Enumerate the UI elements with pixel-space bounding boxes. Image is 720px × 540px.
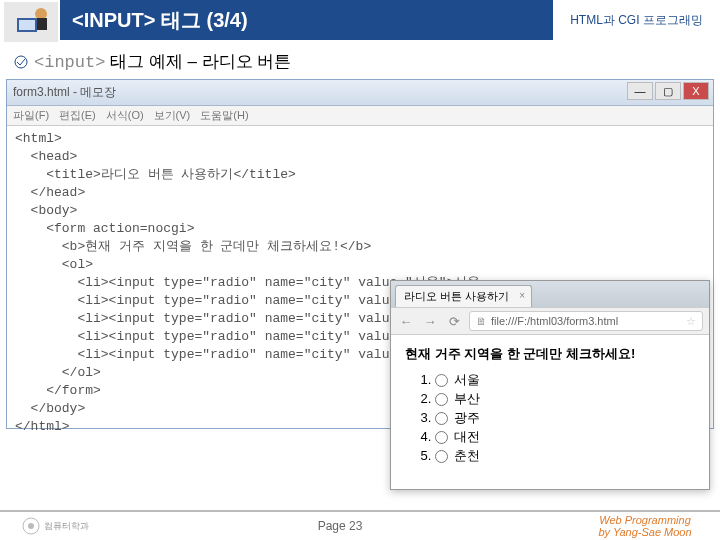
- bookmark-icon[interactable]: ☆: [686, 315, 696, 328]
- title-bar: <INPUT> 태그 (3/4) HTML과 CGI 프로그래밍: [60, 0, 720, 40]
- list-item: 부산: [435, 390, 695, 408]
- course-name: HTML과 CGI 프로그래밍: [550, 0, 720, 40]
- list-item: 서울: [435, 371, 695, 389]
- browser-window: 라디오 버튼 사용하기 × ← → ⟳ 🗎 file:///F:/html03/…: [390, 280, 710, 490]
- svg-rect-3: [37, 18, 47, 30]
- maximize-button[interactable]: ▢: [655, 82, 681, 100]
- radio-label: 서울: [454, 372, 480, 387]
- menu-item[interactable]: 도움말(H): [200, 108, 248, 123]
- radio-label: 대전: [454, 429, 480, 444]
- menu-item[interactable]: 보기(V): [154, 108, 191, 123]
- radio-label: 춘천: [454, 448, 480, 463]
- browser-tabstrip: 라디오 버튼 사용하기 ×: [391, 281, 709, 307]
- svg-point-4: [15, 56, 27, 68]
- radio-input[interactable]: [435, 450, 448, 463]
- notepad-title: form3.html - 메모장: [13, 84, 116, 101]
- menu-item[interactable]: 편집(E): [59, 108, 96, 123]
- browser-tab[interactable]: 라디오 버튼 사용하기 ×: [395, 285, 532, 307]
- author-name: by Yang-Sae Moon: [570, 526, 720, 538]
- slide-title: <INPUT> 태그 (3/4): [72, 7, 248, 34]
- radio-list: 서울 부산 광주 대전 춘천: [405, 371, 695, 465]
- tab-title: 라디오 버튼 사용하기: [404, 290, 509, 302]
- slide-header: <INPUT> 태그 (3/4) HTML과 CGI 프로그래밍: [0, 0, 720, 44]
- book-title: Web Programming: [570, 514, 720, 526]
- footer-logo-text: 컴퓨터학과: [44, 520, 89, 533]
- radio-input[interactable]: [435, 431, 448, 444]
- list-item: 대전: [435, 428, 695, 446]
- page-heading: 현재 거주 지역을 한 군데만 체크하세요!: [405, 345, 695, 363]
- list-item: 춘천: [435, 447, 695, 465]
- radio-label: 부산: [454, 391, 480, 406]
- radio-input[interactable]: [435, 412, 448, 425]
- notepad-titlebar: form3.html - 메모장 — ▢ X: [7, 80, 713, 106]
- reload-button[interactable]: ⟳: [445, 312, 463, 330]
- footer-credit: Web Programming by Yang-Sae Moon: [570, 514, 720, 538]
- address-bar[interactable]: 🗎 file:///F:/html03/form3.html ☆: [469, 311, 703, 331]
- page-number: Page 23: [110, 519, 570, 533]
- menu-item[interactable]: 파일(F): [13, 108, 49, 123]
- slide-subtitle: <input> 태그 예제 – 라디오 버튼: [0, 44, 720, 77]
- menu-item[interactable]: 서식(O): [106, 108, 144, 123]
- subtitle-rest: 태그 예제 – 라디오 버튼: [105, 52, 291, 71]
- svg-point-6: [28, 523, 34, 529]
- list-item: 광주: [435, 409, 695, 427]
- tab-close-icon[interactable]: ×: [519, 290, 525, 301]
- page-icon: 🗎: [476, 315, 487, 327]
- bullet-icon: [14, 54, 28, 68]
- slide-logo: [4, 2, 58, 42]
- subtitle-code: <input>: [34, 53, 105, 72]
- svg-rect-1: [19, 20, 35, 30]
- radio-input[interactable]: [435, 374, 448, 387]
- forward-button[interactable]: →: [421, 312, 439, 330]
- close-button[interactable]: X: [683, 82, 709, 100]
- url-text: file:///F:/html03/form3.html: [491, 315, 618, 327]
- rendered-page: 현재 거주 지역을 한 군데만 체크하세요! 서울 부산 광주 대전 춘천: [391, 335, 709, 476]
- minimize-button[interactable]: —: [627, 82, 653, 100]
- back-button[interactable]: ←: [397, 312, 415, 330]
- radio-label: 광주: [454, 410, 480, 425]
- notepad-menu: 파일(F) 편집(E) 서식(O) 보기(V) 도움말(H): [7, 106, 713, 126]
- browser-toolbar: ← → ⟳ 🗎 file:///F:/html03/form3.html ☆: [391, 307, 709, 335]
- radio-input[interactable]: [435, 393, 448, 406]
- footer-logo: 컴퓨터학과: [0, 517, 110, 535]
- slide-footer: 컴퓨터학과 Page 23 Web Programming by Yang-Sa…: [0, 510, 720, 540]
